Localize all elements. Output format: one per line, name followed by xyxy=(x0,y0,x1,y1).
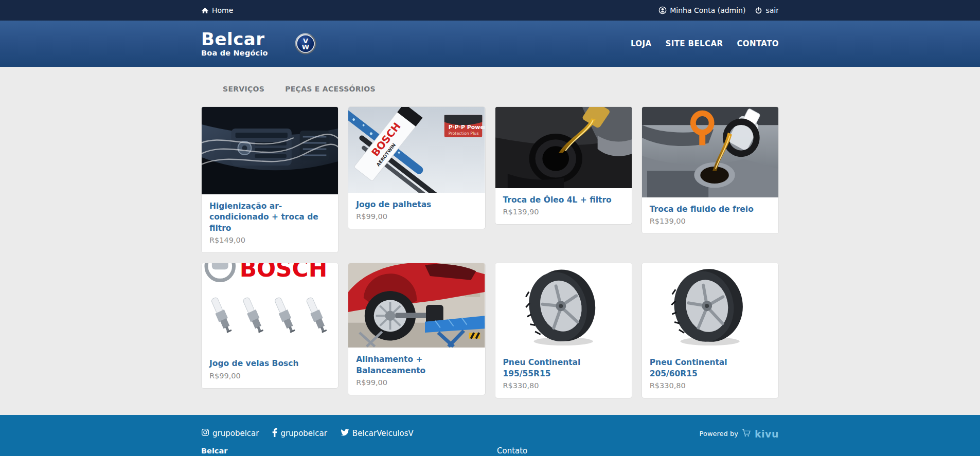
top-bar: Home Minha Conta (admin) sair xyxy=(0,0,980,21)
twitter-link[interactable]: BelcarVeiculosV xyxy=(341,429,414,439)
nav-site-belcar[interactable]: SITE BELCAR xyxy=(666,39,723,48)
account-label: Minha Conta (admin) xyxy=(670,6,745,14)
user-icon xyxy=(658,6,667,14)
product-price: R$330,80 xyxy=(650,381,771,390)
product-card[interactable]: BOSCH AEROTWIN P·P·P Power Protection Pl… xyxy=(348,106,485,229)
site-footer: grupobelcar grupobelcar BelcarVeiculosV … xyxy=(0,415,980,456)
product-image-spark-plugs: BOSCH xyxy=(202,263,338,352)
home-link[interactable]: Home xyxy=(201,6,233,14)
powered-by-link[interactable]: Powered by kivu xyxy=(700,428,779,440)
product-card[interactable]: Troca de fluido de freio R$139,00 xyxy=(642,106,779,234)
product-image-wiper-blades: BOSCH AEROTWIN P·P·P Power Protection Pl… xyxy=(348,107,485,193)
main-nav: LOJA SITE BELCAR CONTATO xyxy=(631,39,779,48)
home-icon xyxy=(201,7,209,14)
product-title[interactable]: Jogo de velas Bosch xyxy=(209,358,330,369)
site-header: Belcar Boa de Negócio V W LOJA SITE BELC… xyxy=(0,21,980,67)
product-price: R$99,00 xyxy=(209,372,330,380)
product-card[interactable]: Higienização ar-condicionado + troca de … xyxy=(201,106,338,253)
social-links: grupobelcar grupobelcar BelcarVeiculosV xyxy=(201,428,414,439)
ppp-badge: P·P·P Power Protection Plus xyxy=(444,115,485,137)
product-price: R$99,00 xyxy=(356,212,477,221)
product-price: R$330,80 xyxy=(503,381,624,390)
product-title[interactable]: Alinhamento + Balanceamento xyxy=(356,354,477,376)
power-icon xyxy=(755,7,762,14)
product-image-brake-fluid xyxy=(642,107,778,197)
svg-text:W: W xyxy=(302,43,309,51)
vw-logo-icon: V W xyxy=(295,33,316,54)
product-price: R$149,00 xyxy=(209,236,330,244)
logout-label: sair xyxy=(765,6,779,14)
instagram-icon xyxy=(201,428,209,439)
footer-contato-link[interactable]: Contato xyxy=(497,446,527,455)
cart-icon xyxy=(742,429,751,439)
product-price: R$139,00 xyxy=(650,217,771,225)
product-title[interactable]: Pneu Continental 195/55R15 xyxy=(503,357,624,379)
product-image-wheel-alignment xyxy=(348,263,485,348)
svg-text:BOSCH: BOSCH xyxy=(240,263,328,282)
product-title[interactable]: Troca de fluido de freio xyxy=(650,204,771,215)
footer-address: Belcar Rua Recife, nº 305, Alto da Glóri… xyxy=(201,446,497,456)
tab-pecas-acessorios[interactable]: PEÇAS E ACESSÓRIOS xyxy=(285,85,376,93)
product-title[interactable]: Pneu Continental 205/60R15 xyxy=(650,357,771,379)
category-tabs: SERVIÇOS PEÇAS E ACESSÓRIOS xyxy=(201,67,779,93)
product-title[interactable]: Jogo de palhetas xyxy=(356,199,477,210)
brand-name: Belcar xyxy=(201,30,268,48)
home-label: Home xyxy=(212,6,233,14)
logout-link[interactable]: sair xyxy=(755,6,779,14)
footer-company: Belcar xyxy=(201,446,497,456)
powered-by-label: Powered by xyxy=(700,430,738,437)
brand-logo[interactable]: Belcar Boa de Negócio xyxy=(201,30,268,57)
nav-contato[interactable]: CONTATO xyxy=(737,39,779,48)
product-image-tire xyxy=(642,263,778,351)
product-price: R$139,90 xyxy=(503,208,624,216)
product-image-oil-change xyxy=(495,107,632,188)
product-card[interactable]: Pneu Continental 195/55R15 R$330,80 xyxy=(495,263,632,398)
brand-tagline: Boa de Negócio xyxy=(201,49,268,57)
product-card[interactable]: Troca de Óleo 4L + filtro R$139,90 xyxy=(495,106,632,225)
product-price: R$99,00 xyxy=(356,378,477,387)
kivu-brand: kivu xyxy=(755,428,779,440)
instagram-link[interactable]: grupobelcar xyxy=(201,428,259,439)
tab-servicos[interactable]: SERVIÇOS xyxy=(223,85,264,93)
product-card[interactable]: Pneu Continental 205/60R15 R$330,80 xyxy=(642,263,779,398)
product-card[interactable]: BOSCH xyxy=(201,263,338,388)
facebook-icon xyxy=(272,428,277,439)
account-link[interactable]: Minha Conta (admin) xyxy=(658,6,745,14)
product-title[interactable]: Higienização ar-condicionado + troca de … xyxy=(209,201,330,234)
nav-loja[interactable]: LOJA xyxy=(631,39,652,48)
product-title[interactable]: Troca de Óleo 4L + filtro xyxy=(503,195,624,206)
product-image-tire xyxy=(495,263,632,351)
product-grid: Higienização ar-condicionado + troca de … xyxy=(201,106,779,398)
facebook-link[interactable]: grupobelcar xyxy=(272,428,327,439)
product-image-ac-dashboard xyxy=(202,107,338,194)
product-card[interactable]: Alinhamento + Balanceamento R$99,00 xyxy=(348,263,485,395)
svg-text:Protection Plus: Protection Plus xyxy=(449,131,479,136)
twitter-icon xyxy=(341,429,349,439)
svg-text:P·P·P Power: P·P·P Power xyxy=(449,124,485,131)
main-content: SERVIÇOS PEÇAS E ACESSÓRIOS xyxy=(201,67,779,398)
